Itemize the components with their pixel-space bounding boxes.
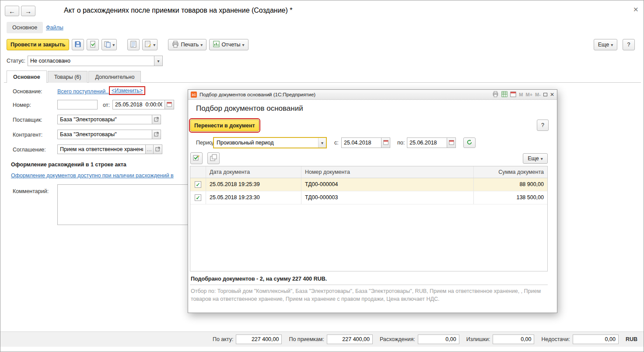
- create-based-on-button[interactable]: ▾: [142, 39, 158, 50]
- status-label: Статус:: [7, 58, 25, 64]
- memory-m-button[interactable]: M: [519, 92, 523, 97]
- supplier-open-button[interactable]: [152, 115, 161, 124]
- back-icon: ←: [9, 7, 15, 15]
- row-checkbox-cell[interactable]: ✓: [190, 191, 206, 204]
- checkbox-column-header[interactable]: [190, 166, 206, 178]
- printer-icon: [172, 41, 179, 49]
- agreement-select-button[interactable]: ...: [145, 144, 154, 154]
- section-tab-main[interactable]: Основное: [7, 22, 43, 33]
- filter-description: Отбор по: Торговый дом "Комплексный", Ба…: [191, 288, 546, 303]
- supplier-label: Поставщик:: [13, 117, 42, 123]
- open-icon: [154, 116, 159, 123]
- document-sum-cell[interactable]: 138 500,00: [474, 191, 547, 204]
- dialog-titlebar[interactable]: 1С Подбор документов оснований (1С:Предп…: [188, 90, 557, 100]
- uncheck-all-button[interactable]: [207, 152, 220, 164]
- reports-button[interactable]: Отчеты ▾: [209, 39, 248, 50]
- basis-documents-dialog: 1С Подбор документов оснований (1С:Предп…: [188, 89, 557, 313]
- dialog-help-button[interactable]: ?: [537, 120, 549, 131]
- supplier-input[interactable]: [57, 115, 152, 124]
- number-column-header[interactable]: Номер документа: [301, 166, 474, 178]
- table-header-row: Дата документа Номер документа Сумма док…: [190, 166, 547, 178]
- calendar-icon[interactable]: [510, 91, 516, 98]
- table-row[interactable]: ✓ 25.05.2018 19:25:39 ТД00-000004 88 900…: [190, 178, 547, 191]
- save-button[interactable]: [72, 39, 84, 50]
- close-icon[interactable]: ✕: [633, 6, 639, 14]
- forward-button[interactable]: →: [21, 6, 35, 16]
- chevron-down-icon[interactable]: ▾: [318, 138, 326, 148]
- back-button[interactable]: ←: [5, 6, 19, 16]
- tab-additional[interactable]: Дополнительно: [88, 71, 141, 83]
- number-input[interactable]: [57, 100, 98, 109]
- related-documents-button[interactable]: [127, 39, 140, 50]
- receipts-total-label: По приемкам:: [289, 336, 324, 342]
- transfer-to-document-button[interactable]: Перенести в документ: [190, 120, 259, 131]
- tab-goods[interactable]: Товары (6): [48, 71, 88, 83]
- counterparty-input[interactable]: [57, 130, 152, 139]
- chevron-down-icon: ▾: [242, 42, 245, 47]
- check-all-icon: [193, 154, 200, 162]
- maximize-icon[interactable]: [543, 93, 547, 96]
- printer-icon[interactable]: [492, 91, 499, 98]
- period-from-calendar-button[interactable]: [381, 137, 390, 148]
- basis-change-link[interactable]: <Изменить>: [112, 88, 143, 94]
- agreement-open-button[interactable]: [153, 144, 162, 154]
- memory-mplus-button[interactable]: M+: [526, 92, 533, 97]
- table-row[interactable]: ✓ 25.05.2018 19:23:30 ТД00-000003 138 50…: [190, 191, 547, 204]
- period-to-input[interactable]: [407, 137, 447, 148]
- refresh-button[interactable]: [463, 137, 476, 148]
- copy-button[interactable]: ▾: [102, 39, 117, 50]
- document-number-cell[interactable]: ТД00-000004: [301, 178, 474, 191]
- memory-mminus-button[interactable]: M-: [535, 92, 541, 97]
- status-dropdown-button[interactable]: ▾: [154, 56, 163, 66]
- period-to-calendar-button[interactable]: [447, 137, 456, 148]
- status-combobox[interactable]: [28, 56, 154, 66]
- checkbox-checked-icon[interactable]: ✓: [195, 181, 201, 188]
- 1c-logo: 1С: [191, 92, 197, 98]
- print-button[interactable]: Печать ▾: [168, 39, 206, 50]
- document-date-calendar-button[interactable]: [164, 100, 174, 109]
- agreement-input[interactable]: [57, 144, 146, 154]
- tab-main[interactable]: Основное: [7, 70, 47, 83]
- post-close-button[interactable]: Провести и закрыть: [7, 39, 69, 50]
- section-tab-files[interactable]: Файлы: [46, 25, 63, 31]
- dialog-heading: Подбор документов оснований: [196, 104, 303, 113]
- post-document-button[interactable]: [87, 39, 99, 50]
- more-button[interactable]: Еще▾: [594, 39, 617, 50]
- period-to-label: по:: [397, 140, 405, 146]
- post-document-icon: [89, 41, 96, 49]
- counterparty-open-button[interactable]: [152, 130, 161, 139]
- app-window: ← → Акт о расхождениях после приемки тов…: [0, 0, 644, 352]
- document-list-icon: [130, 41, 137, 49]
- calendar-icon: [449, 140, 454, 146]
- dialog-more-button[interactable]: Еще▾: [523, 153, 548, 164]
- report-icon: [213, 41, 220, 49]
- check-all-button[interactable]: [190, 152, 203, 164]
- number-label: Номер:: [13, 102, 31, 108]
- main-toolbar: Провести и закрыть ▾ ▾ Печать ▾ Отчеты ▾: [7, 39, 248, 50]
- checkbox-checked-icon[interactable]: ✓: [195, 194, 201, 201]
- basis-change-annotation: <Изменить>: [109, 86, 145, 95]
- copy-icon: [104, 41, 111, 49]
- document-date-cell[interactable]: 25.05.2018 19:23:30: [206, 191, 301, 204]
- period-combobox[interactable]: Произвольный период ▾: [213, 137, 327, 148]
- help-button[interactable]: ?: [623, 39, 635, 50]
- document-date-input[interactable]: [112, 100, 165, 109]
- chevron-down-icon: ▾: [200, 42, 203, 47]
- sum-column-header[interactable]: Сумма документа: [474, 166, 547, 178]
- date-column-header[interactable]: Дата документа: [206, 166, 301, 178]
- documents-table: Дата документа Номер документа Сумма док…: [190, 166, 548, 271]
- basis-link[interactable]: Всего поступлений...: [57, 88, 110, 95]
- surplus-value: 0,00: [493, 334, 534, 344]
- dialog-close-icon[interactable]: ✕: [550, 92, 554, 98]
- registration-note-link[interactable]: Оформление документов доступно при налич…: [11, 172, 174, 179]
- comment-textarea[interactable]: [57, 184, 189, 225]
- period-from-input[interactable]: [341, 137, 382, 148]
- totals-bar: По акту: 227 400,00 По приемкам: 227 400…: [0, 331, 644, 347]
- document-date-cell[interactable]: 25.05.2018 19:25:39: [206, 178, 301, 191]
- surplus-label: Излишки:: [466, 336, 490, 342]
- row-checkbox-cell[interactable]: ✓: [190, 178, 206, 191]
- save-table-icon[interactable]: [501, 91, 508, 98]
- document-sum-cell[interactable]: 88 900,00: [474, 178, 547, 191]
- document-number-cell[interactable]: ТД00-000003: [301, 191, 474, 204]
- forward-icon: →: [25, 7, 32, 15]
